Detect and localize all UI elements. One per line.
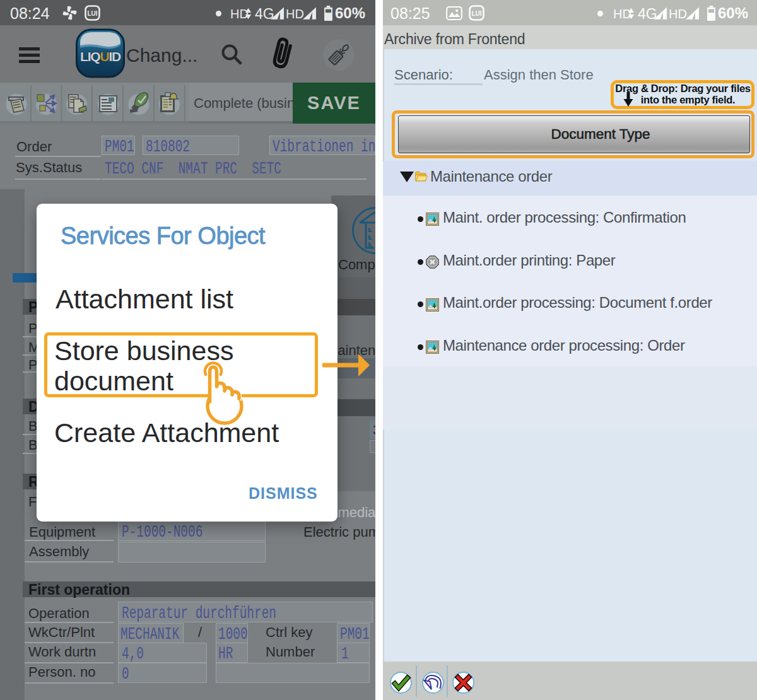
svg-text:LIQUID: LIQUID	[80, 49, 121, 64]
svg-text:LUI: LUI	[87, 10, 97, 17]
svg-text:LUI: LUI	[471, 10, 481, 17]
